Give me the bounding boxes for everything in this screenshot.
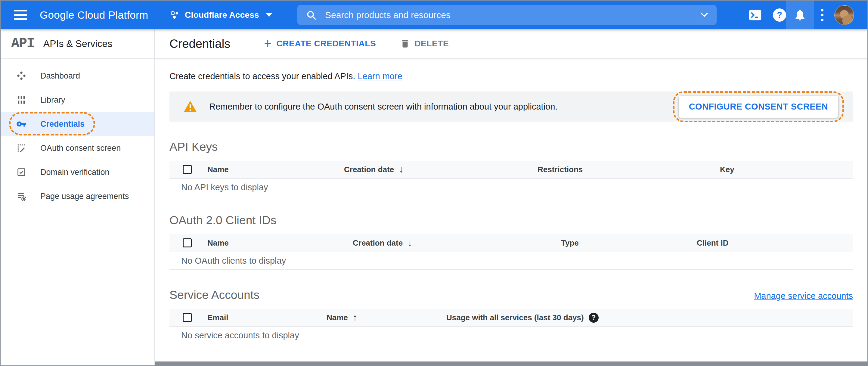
manage-service-accounts-link[interactable]: Manage service accounts [754,291,853,301]
chevron-down-icon [266,13,272,17]
banner-message: Remember to configure the OAuth consent … [209,102,557,112]
sidebar-item-oauth-consent-screen[interactable]: OAuth consent screen [1,136,154,160]
sort-desc-icon: ↓ [399,164,404,175]
page-toolbar: Credentials + CREATE CREDENTIALS DELETE [155,29,867,59]
column-header-key: Key [720,165,853,174]
column-header-client-id: Client ID [697,238,853,248]
sidebar-item-label: Credentials [40,120,85,129]
usage-help-icon[interactable]: ? [589,313,599,323]
main-panel: Credentials + CREATE CREDENTIALS DELETE … [155,29,867,365]
page-usage-agreements-icon [16,191,27,201]
help-icon[interactable]: ? [773,8,786,22]
column-header-creation-date[interactable]: Creation date ↓ [353,238,561,248]
sort-asc-icon: ↑ [353,312,358,323]
sidebar-item-label: Domain verification [40,167,110,177]
hamburger-menu-icon[interactable] [14,5,33,25]
column-header-restrictions: Restrictions [537,165,720,174]
page-content: Create credentials to access your enable… [155,59,867,365]
key-icon [16,118,27,130]
consent-screen-icon [16,143,27,153]
api-keys-table-header: Name Creation date ↓ Restrictions Key [169,161,853,179]
cloud-shell-icon[interactable] [748,8,762,22]
column-header-usage: Usage with all services (last 30 days) ? [446,313,853,323]
horizontal-scrollbar[interactable] [155,362,867,365]
service-accounts-empty-row: No service accounts to display [169,327,853,344]
avatar[interactable] [834,5,854,25]
column-header-email: Email [207,313,327,323]
search-chevron-down-icon[interactable] [700,12,708,18]
app-header: Google Cloud Platform Cloudflare Access [1,1,867,29]
sidebar-item-label: Library [40,95,65,105]
delete-button[interactable]: DELETE [400,38,449,49]
sidebar-item-domain-verification[interactable]: Domain verification [1,160,154,184]
column-header-name[interactable]: Name ↑ [327,312,446,323]
column-header-type: Type [561,238,697,248]
select-all-checkbox[interactable] [183,165,192,174]
consent-warning-banner: Remember to configure the OAuth consent … [169,92,853,122]
api-logo: API [11,36,34,52]
column-header-name: Name [207,238,353,248]
sidebar-item-label: Dashboard [40,71,80,81]
oauth-clients-title: OAuth 2.0 Client IDs [169,214,853,227]
sort-desc-icon: ↓ [407,238,412,248]
column-header-name: Name [207,165,344,174]
app-body: API APIs & Services Dashboard [1,29,867,365]
warning-icon [183,100,197,113]
project-selector[interactable]: Cloudflare Access [170,1,272,29]
service-accounts-title-row: Service Accounts Manage service accounts [169,288,853,302]
more-options-icon[interactable] [814,1,831,29]
gcp-console-window: Google Cloud Platform Cloudflare Access [0,0,868,366]
oauth-table-header: Name Creation date ↓ Type Client ID [169,234,853,252]
api-keys-empty-row: No API keys to display [169,179,853,196]
service-accounts-table-header: Email Name ↑ Usage with all services (la… [169,309,853,327]
learn-more-link[interactable]: Learn more [358,71,402,81]
bell-icon [794,9,806,21]
trash-icon [400,38,410,49]
configure-consent-screen-button[interactable]: CONFIGURE CONSENT SCREEN [679,96,838,118]
select-all-checkbox[interactable] [183,313,192,322]
notifications-button[interactable] [786,1,814,29]
page-title: Credentials [169,37,230,51]
intro-text: Create credentials to access your enable… [169,71,853,81]
sidebar-item-label: OAuth consent screen [40,144,121,153]
sidebar-nav: Dashboard Library [1,59,154,208]
dashboard-icon [16,71,27,81]
project-name: Cloudflare Access [185,10,259,20]
service-accounts-title: Service Accounts [169,288,259,302]
sidebar-item-dashboard[interactable]: Dashboard [1,64,154,88]
select-all-checkbox[interactable] [183,238,192,247]
header-actions: ? [748,1,867,29]
sidebar: API APIs & Services Dashboard [1,29,155,365]
library-icon [16,95,27,105]
create-credentials-button[interactable]: + CREATE CREDENTIALS [264,39,376,49]
sidebar-title: APIs & Services [43,38,112,49]
search-icon [306,10,317,21]
column-header-creation-date[interactable]: Creation date ↓ [344,164,537,175]
sidebar-item-label: Page usage agreements [40,192,129,201]
sidebar-item-credentials[interactable]: Credentials [1,112,154,136]
domain-verification-icon [16,167,27,177]
tutorial-highlight-ring: CONFIGURE CONSENT SCREEN [673,91,844,122]
sidebar-item-page-usage-agreements[interactable]: Page usage agreements [1,184,154,208]
search-bar[interactable] [297,5,717,25]
project-icon [170,10,180,20]
oauth-empty-row: No OAuth clients to display [169,252,853,270]
api-keys-title: API Keys [169,140,853,153]
sidebar-item-library[interactable]: Library [1,88,154,112]
sidebar-header: API APIs & Services [1,29,154,59]
gcp-logo[interactable]: Google Cloud Platform [40,9,148,21]
search-input[interactable] [324,10,694,21]
